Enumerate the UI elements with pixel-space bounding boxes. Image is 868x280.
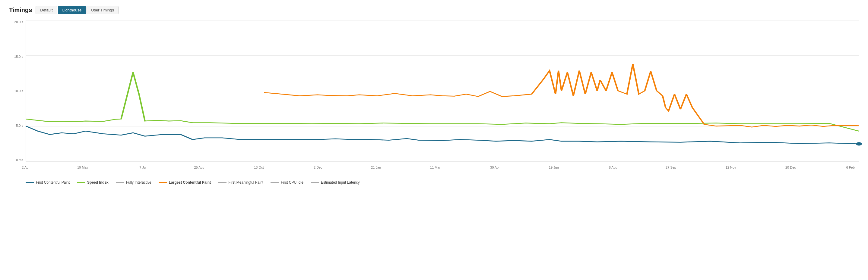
x-label-mar: 11 Mar xyxy=(430,166,440,169)
legend-speed-index-label: Speed Index xyxy=(87,180,108,184)
legend-fcp: First Contentful Paint xyxy=(26,180,70,184)
fcp-end-dot xyxy=(856,142,862,145)
legend-fi-line xyxy=(116,182,124,183)
legend-input-label: Estimated Input Latency xyxy=(321,180,360,184)
x-label-aug: 25 Aug xyxy=(194,166,204,169)
legend-fmp-label: First Meaningful Paint xyxy=(228,180,263,184)
legend-fi-label: Fully Interactive xyxy=(126,180,151,184)
x-label-feb: 6 Feb xyxy=(846,166,855,169)
x-axis: 2 Apr 19 May 7 Jul 25 Aug 13 Oct 2 Dec 2… xyxy=(26,166,859,169)
chart-svg xyxy=(26,20,859,162)
x-label-jun: 19 Jun xyxy=(549,166,559,169)
tab-group: Default Lighthouse User Timings xyxy=(36,6,119,14)
x-label-nov: 12 Nov xyxy=(726,166,736,169)
legend-lcp-line xyxy=(159,182,167,183)
x-label-jan: 21 Jan xyxy=(371,166,381,169)
x-label-aug2: 8 Aug xyxy=(609,166,617,169)
timings-panel: Timings Default Lighthouse User Timings … xyxy=(0,0,868,190)
tab-lighthouse[interactable]: Lighthouse xyxy=(58,6,86,14)
legend-fmp: First Meaningful Paint xyxy=(218,180,263,184)
x-label-may: 19 May xyxy=(77,166,88,169)
y-label-20: 20.0 s xyxy=(14,20,23,24)
legend-speed-index-line xyxy=(77,182,85,183)
header-row: Timings Default Lighthouse User Timings xyxy=(9,6,859,14)
x-label-apr: 2 Apr xyxy=(22,166,30,169)
legend-input-latency: Estimated Input Latency xyxy=(311,180,360,184)
tab-user-timings[interactable]: User Timings xyxy=(87,6,119,14)
y-label-15: 15.0 s xyxy=(14,55,23,59)
legend-cpu-idle: First CPU Idle xyxy=(271,180,303,184)
legend-fcp-label: First Contentful Paint xyxy=(36,180,70,184)
legend-lcp-label: Largest Contentful Paint xyxy=(169,180,211,184)
x-label-oct: 13 Oct xyxy=(254,166,264,169)
legend-fcp-line xyxy=(26,182,34,183)
legend-cpu-label: First CPU Idle xyxy=(281,180,303,184)
fcp-line xyxy=(26,126,859,144)
legend-cpu-line xyxy=(271,182,279,183)
tab-default[interactable]: Default xyxy=(36,6,57,14)
chart-wrapper: 20.0 s 15.0 s 10.0 s 5.0 s 0 ms xyxy=(9,20,859,177)
speed-index-line xyxy=(26,72,859,131)
x-label-sep: 27 Sep xyxy=(665,166,676,169)
legend-input-line xyxy=(311,182,319,183)
y-label-0: 0 ms xyxy=(16,158,23,162)
x-label-dec: 2 Dec xyxy=(314,166,322,169)
legend: First Contentful Paint Speed Index Fully… xyxy=(9,180,859,184)
legend-fully-interactive: Fully Interactive xyxy=(116,180,151,184)
lcp-line xyxy=(264,64,859,127)
x-label-dec2: 20 Dec xyxy=(785,166,796,169)
y-axis: 20.0 s 15.0 s 10.0 s 5.0 s 0 ms xyxy=(9,20,26,162)
legend-speed-index: Speed Index xyxy=(77,180,108,184)
y-label-10: 10.0 s xyxy=(14,89,23,93)
legend-lcp: Largest Contentful Paint xyxy=(159,180,211,184)
page-title: Timings xyxy=(9,7,32,13)
x-label-jul: 7 Jul xyxy=(140,166,146,169)
y-label-5: 5.0 s xyxy=(16,124,23,127)
chart-area xyxy=(26,20,859,162)
x-label-apr2: 30 Apr xyxy=(490,166,500,169)
legend-fmp-line xyxy=(218,182,226,183)
